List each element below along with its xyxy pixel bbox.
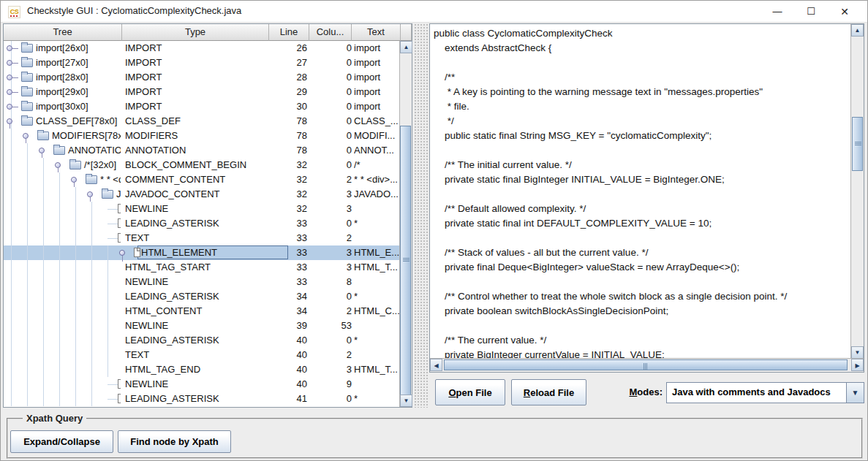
tree-guide-line bbox=[59, 245, 60, 260]
table-row[interactable]: MODIFIERS[78x0]MODIFIERS780MODIFI... bbox=[4, 129, 401, 143]
find-node-by-xpath-button[interactable]: Find node by Xpath bbox=[118, 430, 231, 453]
table-row[interactable]: HTML_TAG_END403HTML_T... bbox=[4, 362, 401, 377]
tree-guide-line bbox=[59, 260, 60, 275]
folder-icon bbox=[21, 73, 33, 82]
tree-toggle-icon[interactable] bbox=[23, 133, 29, 139]
scroll-up-icon[interactable]: ▲ bbox=[851, 24, 864, 37]
folder-icon bbox=[53, 146, 65, 155]
column-header-column[interactable]: Colu... bbox=[309, 24, 352, 41]
column-cell: 0 bbox=[310, 42, 352, 53]
tree-guide-line bbox=[11, 289, 12, 304]
type-cell: IMPORT bbox=[125, 57, 162, 68]
table-row[interactable]: JAVADOC_CONTENTJAVADOC_CONTENT323JAVADO.… bbox=[4, 187, 401, 202]
split-pane-divider[interactable] bbox=[414, 23, 429, 408]
tree-toggle-icon[interactable] bbox=[7, 75, 12, 80]
tree-toggle-icon[interactable] bbox=[119, 250, 125, 256]
folder-icon bbox=[37, 132, 49, 140]
table-row[interactable]: * * <div>...COMMENT_CONTENT322* * <div>.… bbox=[4, 172, 401, 187]
table-row[interactable]: HTML_CONTENT342HTML_C... bbox=[4, 304, 401, 319]
scroll-left-icon[interactable]: ◀ bbox=[430, 359, 442, 371]
source-code-text[interactable]: public class CyclomaticComplexityCheck e… bbox=[430, 24, 850, 358]
code-hscrollbar-thumb[interactable] bbox=[444, 359, 848, 370]
type-cell: IMPORT bbox=[125, 72, 162, 83]
tree-toggle-icon[interactable] bbox=[39, 148, 45, 153]
line-cell: 78 bbox=[269, 130, 307, 141]
tree-guide-line bbox=[11, 143, 12, 158]
table-row[interactable]: CLASS_DEF[78x0]CLASS_DEF780CLASS_... bbox=[4, 114, 401, 129]
table-row[interactable]: LEADING_ASTERISK400* bbox=[4, 333, 401, 348]
code-line: /** Stack of values - all but the curren… bbox=[434, 247, 850, 262]
code-line bbox=[434, 232, 850, 247]
text-cell: JAVADO... bbox=[354, 188, 399, 199]
modes-dropdown[interactable]: Java with comments and Javadocs ▼ bbox=[666, 382, 864, 403]
scroll-up-icon[interactable]: ▲ bbox=[400, 41, 412, 53]
tree-scrollbar-thumb[interactable] bbox=[400, 126, 411, 396]
type-cell: IMPORT bbox=[125, 86, 162, 97]
tree-guide-line bbox=[107, 319, 108, 333]
tree-toggle-icon[interactable] bbox=[55, 162, 61, 168]
tree-toggle-icon[interactable] bbox=[7, 118, 12, 124]
tree-toggle-icon[interactable] bbox=[71, 177, 77, 183]
table-row[interactable]: NEWLINE3953 bbox=[4, 319, 401, 333]
table-row[interactable]: TEXT332 bbox=[4, 231, 401, 245]
maximize-icon[interactable]: ☐ bbox=[794, 1, 828, 23]
table-row[interactable]: import[26x0]IMPORT260import bbox=[4, 41, 401, 56]
table-row[interactable]: import[30x0]IMPORT300import bbox=[4, 99, 401, 114]
table-row[interactable]: import[29x0]IMPORT290import bbox=[4, 85, 401, 99]
table-row[interactable]: import[28x0]IMPORT280import bbox=[4, 70, 401, 85]
column-header-text[interactable]: Text bbox=[352, 24, 401, 41]
table-row[interactable]: HTML_TAG_START333HTML_T... bbox=[4, 260, 401, 275]
type-cell: LEADING_ASTERISK bbox=[125, 393, 219, 404]
type-cell: HTML_CONTENT bbox=[125, 305, 202, 316]
tree-toggle-icon[interactable] bbox=[87, 191, 93, 197]
tree-guide-line bbox=[59, 231, 60, 245]
open-file-button[interactable]: Open File bbox=[435, 379, 505, 405]
tree-guide-line bbox=[27, 289, 28, 304]
reload-file-button[interactable]: Reload File bbox=[511, 379, 586, 405]
code-vertical-scrollbar[interactable]: ▲ ▼ bbox=[850, 24, 864, 359]
table-row[interactable]: NEWLINE409 bbox=[4, 377, 401, 392]
table-row[interactable]: LEADING_ASTERISK410* bbox=[4, 392, 401, 406]
table-row[interactable]: HTML_ELEMENT333HTML_E... bbox=[4, 245, 401, 260]
table-row[interactable]: ANNOTATION[78x0]ANNOTATION780ANNOT... bbox=[4, 143, 401, 158]
tree-guide-line bbox=[75, 275, 76, 289]
close-icon[interactable]: ✕ bbox=[828, 1, 861, 23]
scroll-right-icon[interactable]: ▶ bbox=[851, 359, 864, 371]
line-cell: 40 bbox=[269, 349, 307, 360]
tree-guide-line bbox=[75, 231, 76, 245]
tree-guide-line bbox=[75, 289, 76, 304]
expand-collapse-button[interactable]: Expand/Collapse bbox=[10, 430, 113, 453]
table-row[interactable]: TEXT402 bbox=[4, 348, 401, 362]
code-horizontal-scrollbar[interactable]: ◀ ▶ bbox=[430, 358, 864, 372]
minimize-icon[interactable]: — bbox=[761, 1, 794, 23]
tree-vertical-scrollbar[interactable]: ▲ ▼ bbox=[399, 41, 412, 407]
code-line: private BigInteger currentValue = INITIA… bbox=[434, 349, 850, 358]
scroll-down-icon[interactable]: ▼ bbox=[851, 346, 864, 359]
tree-cell bbox=[4, 319, 121, 333]
table-row[interactable]: LEADING_ASTERISK340* bbox=[4, 289, 401, 304]
table-row[interactable]: /*[32x0]BLOCK_COMMENT_BEGIN320/* bbox=[4, 158, 401, 172]
table-row[interactable]: import[27x0]IMPORT270import bbox=[4, 56, 401, 70]
table-row[interactable]: NEWLINE338 bbox=[4, 275, 401, 289]
code-scrollbar-thumb[interactable] bbox=[852, 117, 863, 171]
tree-guide-line bbox=[75, 333, 76, 348]
scroll-down-icon[interactable]: ▼ bbox=[400, 395, 412, 407]
tree-guide-line bbox=[59, 333, 60, 348]
tree-toggle-icon[interactable] bbox=[7, 104, 12, 110]
chevron-down-icon[interactable]: ▼ bbox=[846, 383, 864, 403]
tree-guide-line bbox=[43, 260, 44, 275]
leaf-icon bbox=[118, 379, 121, 389]
tree-guide-line bbox=[27, 202, 28, 216]
tree-guide-line bbox=[43, 304, 44, 319]
tree-toggle-icon[interactable] bbox=[7, 89, 12, 95]
tree-toggle-icon[interactable] bbox=[7, 45, 12, 51]
column-header-type[interactable]: Type bbox=[122, 24, 269, 41]
folder-icon bbox=[86, 175, 97, 184]
tree-toggle-icon[interactable] bbox=[7, 60, 12, 66]
column-header-tree[interactable]: Tree bbox=[4, 24, 122, 41]
tree-guide-line bbox=[43, 216, 44, 231]
selected-node-box[interactable]: HTML_ELEMENT bbox=[137, 245, 288, 259]
table-row[interactable]: NEWLINE323 bbox=[4, 202, 401, 216]
table-row[interactable]: LEADING_ASTERISK330* bbox=[4, 216, 401, 231]
column-header-line[interactable]: Line bbox=[269, 24, 309, 41]
